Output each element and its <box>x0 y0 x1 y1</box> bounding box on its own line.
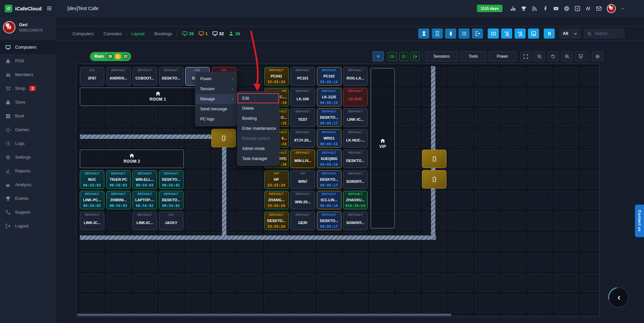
sidebar-item-logs[interactable]: Logs <box>0 137 56 150</box>
pc-deskto[interactable]: DEFAULTDESKTO...00:06:17 <box>317 212 341 230</box>
pc-win-20[interactable]: DEFAULTWIN-20... <box>290 191 315 209</box>
pc-deskto[interactable]: DEFAULTDESKTO...00:56:02 <box>159 191 183 209</box>
sidebar-item-shop[interactable]: Shop1 <box>0 82 56 95</box>
context-menu-item-power[interactable]: Power <box>196 74 236 84</box>
hamburger-menu-icon[interactable] <box>46 5 52 11</box>
screen-button[interactable] <box>575 51 586 61</box>
pc-icc-lin[interactable]: DEFAULTICC-LIN...00:06:16 <box>317 191 341 209</box>
pc-tiger-pc[interactable]: DEFAULTTIGER-PC00:56:03 <box>106 170 131 189</box>
pc-win-ell[interactable]: DEFAULTWIN-ELL...00:56:03 <box>132 170 157 189</box>
mail-icon[interactable] <box>596 6 602 11</box>
banknote-button[interactable] <box>388 52 397 61</box>
context-menu-item-send-message[interactable]: Send message <box>196 104 236 114</box>
context-menu-item-pc-logs[interactable]: PC logs <box>196 114 236 124</box>
sidebar-item-support[interactable]: Support <box>0 205 56 219</box>
tab-consoles[interactable]: Consoles <box>99 31 127 36</box>
pc-2f87[interactable]: A112F87 <box>80 67 104 86</box>
pc-pc042[interactable]: DEFAULTPC04253:55:24 <box>264 67 289 86</box>
pc-hp[interactable]: VIPHP53:55:24 <box>264 170 289 189</box>
pc-ccboot[interactable]: DEFAULTCCBOOT... <box>132 67 157 86</box>
pause-button[interactable] <box>544 29 555 39</box>
pc-xueqing[interactable]: DEFAULTXUEQING00:06:16 <box>317 150 341 168</box>
alarm-button[interactable] <box>459 29 470 39</box>
submenu-item-booking[interactable]: Booking <box>237 113 279 123</box>
sidebar-item-pos[interactable]: POS <box>0 54 56 68</box>
pc-rog-la[interactable]: DEFAULTROG-LA... <box>343 67 368 86</box>
sidebar-item-logout[interactable]: Logout <box>0 219 56 233</box>
facebook-icon[interactable] <box>542 6 548 11</box>
expand-button[interactable] <box>520 51 531 61</box>
power-button[interactable]: Power <box>489 51 516 61</box>
submenu-item-enter-maintenance[interactable]: Enter maintenance <box>237 123 279 133</box>
sessions-button[interactable]: Sessions <box>425 51 458 61</box>
layout-settings-button[interactable] <box>592 51 603 61</box>
pc-test[interactable]: DEFAULTTEST <box>290 108 315 127</box>
pc-zhang[interactable]: DEFAULTZHANG...53:55:24 <box>264 191 289 209</box>
submenu-item-edit[interactable]: Edit <box>237 93 279 103</box>
power-clock-button[interactable] <box>399 52 408 61</box>
person-plus-button[interactable] <box>515 29 526 39</box>
photo-button[interactable] <box>528 29 539 39</box>
pc-zhibini[interactable]: DEFAULTZHIBINI...00:56:03 <box>106 191 131 209</box>
sidebar-item-events[interactable]: Events <box>0 192 56 205</box>
zoom-out-button[interactable] <box>534 51 545 61</box>
search-input[interactable]: Search.. <box>584 29 625 39</box>
sidebar-item-computers[interactable]: Computers <box>0 40 56 54</box>
pc-jacky[interactable]: A11JACKY <box>159 212 183 230</box>
pc-xtjy-20[interactable]: DEFAULTXTJY-20... <box>290 129 315 148</box>
person-star-button[interactable] <box>501 29 512 39</box>
pc-lk-nuc[interactable]: DEFAULTLK-NUC-... <box>343 129 368 148</box>
pc-geri[interactable]: DEFAULTGERI <box>290 212 315 230</box>
pc-lk-106[interactable]: DEFAULTLK-106 <box>290 88 315 106</box>
banknote-button[interactable] <box>488 29 499 39</box>
horizontal-scrollbar[interactable] <box>77 314 451 316</box>
subscription-days-badge[interactable]: 1115 days <box>477 5 502 12</box>
pc-lk-1125[interactable]: DEFAULTLK-112500:06:16 <box>317 88 341 106</box>
context-menu-item-manage[interactable]: Manage <box>196 94 236 104</box>
pc-deskto[interactable]: DEFAULTDESKTO...00:56:02 <box>159 170 183 189</box>
sidebar-item-settings[interactable]: Settings <box>0 150 56 164</box>
pc-win7[interactable]: VIPWIN7 <box>290 170 315 189</box>
pc-deskto[interactable]: DEFAULTDESKTO... <box>343 150 368 168</box>
sign-out-button[interactable] <box>472 29 483 39</box>
hourglass-full-button[interactable] <box>418 29 429 39</box>
pc-link-ic[interactable]: DEFAULTLINK-IC... <box>80 212 104 230</box>
context-menu-item-session[interactable]: Session <box>196 84 236 94</box>
submenu-item-delete[interactable]: Delete <box>237 103 279 113</box>
tab-bookings[interactable]: Bookings <box>150 31 177 36</box>
pc-deskto[interactable]: DEFAULTDESKTO...53:55:24 <box>264 212 289 230</box>
pc-pc101[interactable]: DEFAULTPC101 <box>290 67 315 86</box>
pc-pc102[interactable]: DEFAULTPC10200:06:16 <box>317 67 341 86</box>
icafe-icon[interactable]: i2 <box>575 6 580 11</box>
pc-link-ic[interactable]: DEFAULTLINK-IC... <box>343 108 368 127</box>
pc-androi[interactable]: DEFAULTANDROI... <box>106 67 131 86</box>
tools-button[interactable]: Tools <box>461 51 486 61</box>
pc-laptop[interactable]: DEFAULTLAPTOP-...00:56:02 <box>132 191 157 209</box>
pc-deskto[interactable]: DEFAULTDESKTO...00:06:17 <box>317 108 341 127</box>
pc-lk-nuc[interactable]: DEFAULTLK-NUC <box>343 88 368 106</box>
pc-deskto[interactable]: DEFAULTDESKTO...00:06:17 <box>317 170 341 189</box>
pc-sonoff[interactable]: DEFAULTSONOFF... <box>343 170 368 189</box>
pc-win-liv[interactable]: DEFAULTWIN-LIV... <box>290 150 315 168</box>
youtube-icon[interactable] <box>553 6 559 11</box>
layout-group-main[interactable]: Main 28122 <box>90 52 131 61</box>
contact-us-tab[interactable]: Contact us <box>635 205 644 237</box>
pc-win11[interactable]: DEFAULTWIN1100:06:16 <box>317 129 341 148</box>
sidebar-avatar[interactable]: M <box>3 21 15 34</box>
add-layout-item-button[interactable]: + <box>373 51 384 61</box>
sidebar-item-games[interactable]: Games <box>0 123 56 137</box>
sidebar-item-store[interactable]: Store <box>0 95 56 109</box>
pc-link-pc[interactable]: DEFAULTLINK-PC...00:56:02 <box>80 191 104 209</box>
sidebar-item-members[interactable]: Members <box>0 68 56 82</box>
tab-layout[interactable]: Layout <box>127 31 150 36</box>
tab-computers[interactable]: Computers <box>68 31 99 36</box>
history-button[interactable] <box>548 51 559 61</box>
sidebar-item-reports[interactable]: Reports <box>0 164 56 178</box>
layers-icon[interactable] <box>585 6 591 11</box>
battery-button[interactable] <box>445 29 456 39</box>
pc-zhaoxu[interactable]: DEFAULTZHAOXU...819:28:54 <box>343 191 368 209</box>
globe-icon[interactable] <box>564 6 570 11</box>
pc-sonoff[interactable]: DEFAULTSONOFF... <box>343 212 368 230</box>
hourglass-empty-button[interactable] <box>432 29 443 39</box>
pc-deskto[interactable]: DEFAULTDESKTO... <box>159 67 183 86</box>
